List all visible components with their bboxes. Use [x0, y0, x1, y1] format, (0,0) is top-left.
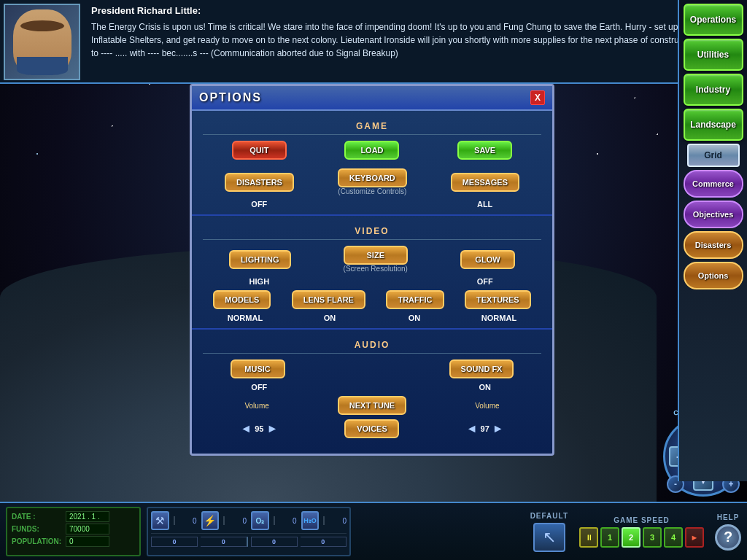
funds-row: FUNDS: 70000 [12, 524, 135, 534]
game-area: OPTIONS X GAME QUIT LOAD SAVE [0, 84, 747, 502]
status-bar: DATE : 2021 . 1 . FUNDS: 70000 POPULATIO… [0, 502, 747, 560]
resource-row-bottom: 0 0 0 0 [151, 537, 347, 547]
lens-flare-button[interactable]: LENS FLARE [292, 290, 365, 309]
game-speed-group: GAME SPEED ⏸ 1 2 3 4 ► [579, 516, 704, 548]
utilities-button[interactable]: Utilities [684, 39, 743, 71]
options-close-button[interactable]: X [530, 90, 545, 105]
quit-button[interactable]: QUIT [232, 141, 287, 160]
load-button[interactable]: LOAD [344, 141, 399, 160]
speed-buttons-group: ⏸ 1 2 3 4 ► [579, 527, 704, 548]
keyboard-sub: (Customize Controls) [338, 187, 407, 195]
control-section: DEFAULT ↖ GAME SPEED ⏸ 1 2 3 4 ► HELP ? [530, 512, 741, 552]
resource-divider [151, 533, 347, 534]
game-btn-row2: DISASTERS KEYBOARD (Customize Controls) … [203, 168, 541, 195]
resource-bar-1 [174, 516, 175, 525]
lighting-button[interactable]: LIGHTING [229, 250, 291, 269]
models-value: NORMAL [218, 314, 273, 322]
population-label: POPULATION: [12, 537, 63, 545]
resource-value-2: 0 [229, 517, 247, 525]
grid-button[interactable]: Grid [687, 144, 740, 167]
music-volume-label: Volume [230, 402, 285, 410]
avatar [4, 4, 80, 80]
worker-icon: ⚒ [151, 511, 169, 530]
traffic-button[interactable]: TRAFFIC [386, 290, 444, 309]
resource-bar-3 [274, 516, 275, 525]
speed-3-button[interactable]: 3 [643, 527, 662, 548]
voices-button[interactable]: VOICES [344, 419, 399, 438]
right-panel: Operations Utilities Industry Landscape … [678, 0, 747, 481]
pause-button[interactable]: ⏸ [579, 527, 598, 548]
population-row: POPULATION: 0 [12, 536, 135, 547]
operations-button[interactable]: Operations [684, 4, 743, 36]
audio-section-header: AUDIO [203, 335, 541, 354]
music-volume-value: 95 [255, 424, 263, 433]
options-body: GAME QUIT LOAD SAVE DISASTERS [192, 111, 552, 444]
sound-fx-button[interactable]: SOUND FX [449, 359, 514, 378]
game-section-header: GAME [203, 117, 541, 135]
sound-fx-value: ON [457, 383, 512, 392]
landscape-button[interactable]: Landscape [684, 109, 743, 141]
fast-forward-button[interactable]: ► [685, 527, 704, 548]
music-volume-left-arrow[interactable]: ◄ [240, 422, 252, 435]
video-value-row2: NORMAL ON ON NORMAL [203, 314, 541, 322]
glow-button[interactable]: GLOW [460, 250, 515, 269]
res-seg-val-4: 0 [301, 537, 346, 546]
help-group: HELP ? [715, 513, 741, 551]
options-button[interactable]: Options [684, 262, 743, 289]
res-seg-3: 0 [251, 537, 298, 547]
video-btn-row1: LIGHTING SIZE (Screen Resolution) GLOW [203, 246, 541, 273]
next-tune-button[interactable]: NEXT TUNE [338, 396, 406, 415]
textures-button[interactable]: TEXTURES [465, 290, 531, 309]
music-button[interactable]: MUSIC [231, 359, 285, 378]
speed-1-button[interactable]: 1 [600, 527, 619, 548]
keyboard-button[interactable]: KEYBOARD [338, 168, 407, 187]
speed-4-button[interactable]: 4 [664, 527, 683, 548]
messages-button[interactable]: MESSAGES [451, 173, 519, 192]
water-icon: H₂O [301, 511, 320, 530]
objectives-button[interactable]: Objectives [684, 201, 743, 228]
music-value: OFF [232, 383, 287, 392]
game-value-row2: OFF ALL [203, 200, 541, 209]
date-label: DATE : [12, 513, 63, 521]
funds-value: 70000 [66, 524, 109, 534]
audio-value-row2: ◄ 95 ► VOICES ◄ 97 ► [203, 419, 541, 438]
energy-icon: ⚡ [201, 511, 220, 530]
audio-btn-row1: MUSIC SOUND FX [203, 359, 541, 378]
res-seg-val-1: 0 [152, 537, 197, 546]
sfx-volume-right-arrow[interactable]: ► [492, 422, 504, 435]
audio-btn-row2: Volume NEXT TUNE Volume [203, 396, 541, 415]
sfx-volume-label: Volume [460, 402, 514, 410]
res-seg-val-2: 0 [201, 537, 246, 546]
resource-bar-4 [323, 516, 325, 525]
top-section: President Richard Little: The Energy Cri… [0, 0, 747, 84]
textures-value: NORMAL [472, 314, 527, 322]
default-label: DEFAULT [530, 512, 568, 520]
industry-button[interactable]: Industry [684, 74, 743, 106]
traffic-value: ON [387, 314, 442, 322]
size-button[interactable]: SIZE [344, 246, 408, 265]
disasters-button[interactable]: Disasters [684, 231, 743, 259]
options-title: OPTIONS [199, 91, 262, 104]
glow-value: OFF [457, 277, 512, 286]
date-value: 2021 . 1 . [66, 511, 109, 522]
resource-panel: ⚒ 0 ⚡ 0 O₂ 0 [147, 507, 351, 556]
video-section-header: VIDEO [203, 222, 541, 240]
resource-bar-2 [223, 516, 225, 525]
speed-2-button[interactable]: 2 [622, 527, 640, 548]
sfx-volume-left-arrow[interactable]: ◄ [466, 422, 478, 435]
help-button[interactable]: ? [715, 524, 741, 551]
lens-flare-value: ON [303, 314, 357, 322]
help-label: HELP [717, 513, 740, 521]
main-container: President Richard Little: The Energy Cri… [0, 0, 747, 560]
res-seg-1: 0 [151, 537, 198, 547]
default-group: DEFAULT ↖ [530, 512, 568, 552]
disasters-button-opt[interactable]: DISASTERS [225, 173, 294, 192]
avatar-face [13, 9, 71, 75]
save-button[interactable]: SAVE [457, 141, 512, 160]
game-speed-label: GAME SPEED [614, 516, 670, 524]
oxygen-icon: O₂ [251, 511, 269, 530]
cursor-button[interactable]: ↖ [533, 523, 565, 552]
music-volume-right-arrow[interactable]: ► [266, 422, 278, 435]
models-button[interactable]: MODELS [213, 290, 271, 309]
commerce-button[interactable]: Commerce [684, 170, 743, 198]
